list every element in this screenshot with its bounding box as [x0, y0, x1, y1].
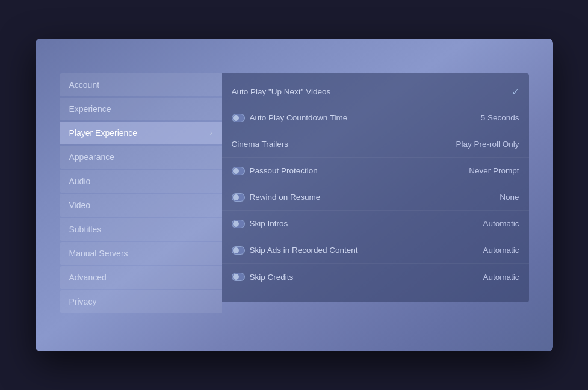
- toggle-icon: [232, 167, 245, 175]
- setting-label: Skip Ads in Recorded Content: [250, 246, 358, 255]
- setting-row-skip-ads[interactable]: Skip Ads in Recorded ContentAutomatic: [222, 237, 529, 264]
- setting-value: Automatic: [483, 246, 519, 255]
- main-panel: Auto Play "Up Next" Videos✓Auto Play Cou…: [222, 73, 529, 302]
- sidebar-item-subtitles[interactable]: Subtitles: [60, 218, 222, 241]
- setting-label: Rewind on Resume: [250, 193, 321, 202]
- setting-row-skip-credits[interactable]: Skip CreditsAutomatic: [222, 264, 529, 290]
- sidebar: AccountExperiencePlayer Experience›Appea…: [60, 73, 222, 302]
- setting-row-autoplay-videos[interactable]: Auto Play "Up Next" Videos✓: [222, 78, 529, 105]
- setting-label: Passout Protection: [250, 166, 318, 175]
- chevron-icon: ›: [210, 129, 212, 137]
- setting-row-skip-intros[interactable]: Skip IntrosAutomatic: [222, 211, 529, 237]
- setting-label: Skip Intros: [250, 219, 288, 228]
- setting-label: Cinema Trailers: [232, 140, 289, 149]
- sidebar-item-label: Advanced: [69, 273, 107, 282]
- sidebar-item-audio[interactable]: Audio: [60, 170, 222, 193]
- setting-row-passout-protection[interactable]: Passout ProtectionNever Prompt: [222, 158, 529, 184]
- sidebar-item-label: Audio: [69, 176, 91, 186]
- sidebar-item-label: Manual Servers: [69, 249, 128, 258]
- toggle-icon: [232, 220, 245, 228]
- sidebar-item-label: Player Experience: [69, 128, 138, 138]
- toggle-icon: [232, 193, 245, 202]
- content-area: AccountExperiencePlayer Experience›Appea…: [60, 73, 529, 302]
- sidebar-item-video[interactable]: Video: [60, 194, 222, 217]
- setting-row-cinema-trailers[interactable]: Cinema TrailersPlay Pre-roll Only: [222, 131, 529, 158]
- checkmark-icon: ✓: [512, 86, 519, 98]
- sidebar-item-label: Experience: [69, 104, 111, 114]
- sidebar-item-label: Privacy: [69, 297, 97, 306]
- sidebar-item-label: Video: [69, 200, 91, 210]
- setting-row-rewind-on-resume[interactable]: Rewind on ResumeNone: [222, 184, 529, 211]
- sidebar-item-account[interactable]: Account: [60, 73, 222, 96]
- toggle-icon: [232, 273, 245, 281]
- setting-row-autoplay-countdown[interactable]: Auto Play Countdown Time5 Seconds: [222, 105, 529, 131]
- sidebar-item-label: Appearance: [69, 152, 115, 162]
- setting-value: Automatic: [483, 219, 519, 228]
- sidebar-item-appearance[interactable]: Appearance: [60, 146, 222, 169]
- sidebar-item-manual-servers[interactable]: Manual Servers: [60, 242, 222, 265]
- toggle-icon: [232, 246, 245, 255]
- setting-value: 5 Seconds: [481, 113, 519, 122]
- setting-value: Play Pre-roll Only: [456, 140, 519, 149]
- sidebar-item-player-experience[interactable]: Player Experience›: [60, 122, 222, 144]
- setting-label: Auto Play Countdown Time: [250, 113, 348, 122]
- setting-value: Never Prompt: [469, 166, 519, 175]
- toggle-icon: [232, 114, 245, 122]
- sidebar-item-experience[interactable]: Experience: [60, 98, 222, 120]
- setting-label: Skip Credits: [250, 273, 294, 282]
- sidebar-item-advanced[interactable]: Advanced: [60, 266, 222, 289]
- sidebar-item-privacy[interactable]: Privacy: [60, 290, 222, 313]
- sidebar-item-label: Subtitles: [69, 224, 102, 234]
- sidebar-item-label: Account: [69, 80, 100, 90]
- setting-value: None: [500, 193, 519, 202]
- settings-screen: AccountExperiencePlayer Experience›Appea…: [36, 39, 553, 351]
- setting-label: Auto Play "Up Next" Videos: [232, 87, 331, 96]
- setting-value: Automatic: [483, 273, 519, 282]
